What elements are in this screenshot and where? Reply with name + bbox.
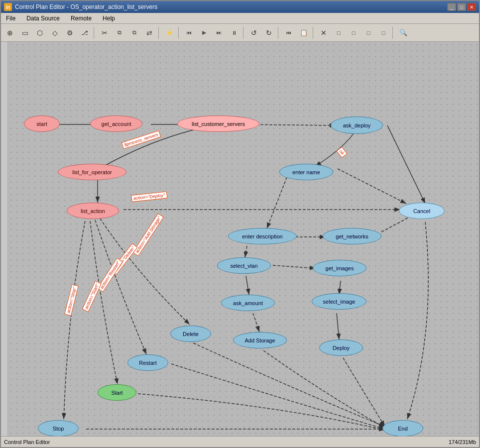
left-ruler [1, 42, 8, 436]
toolbar-copy1[interactable]: ⧉ [113, 26, 126, 40]
title-bar: in Control Plan Editor - OS_operator_act… [1, 1, 479, 13]
status-right: 174/231Mb [449, 439, 476, 445]
toolbar-step-back[interactable]: ⏮ [182, 26, 196, 40]
toolbar-hexagon[interactable]: ⬡ [33, 26, 47, 40]
label-start: action="Start" [82, 281, 102, 312]
separator-5 [278, 27, 280, 39]
toolbar-delete1[interactable]: ✕ [317, 26, 331, 40]
label-process-servers: $process_servers [121, 130, 161, 149]
menu-file[interactable]: File [3, 14, 18, 23]
toolbar-step-fwd[interactable]: ⏭ [212, 26, 226, 40]
svg-line-7 [338, 169, 406, 204]
node-stop[interactable]: Stop [38, 420, 79, 436]
node-add-storage[interactable]: Add Storage [233, 332, 287, 348]
toolbar-undo[interactable]: ↺ [247, 26, 261, 40]
node-list-action[interactable]: list_action [67, 203, 119, 219]
toolbar-play[interactable]: ▶ [197, 26, 211, 40]
toolbar-box1[interactable]: □ [332, 26, 346, 40]
node-end[interactable]: End [382, 420, 423, 436]
node-list-customer-servers[interactable]: list_customer_servers [177, 115, 259, 132]
node-start-action[interactable]: Start [98, 384, 136, 401]
svg-line-16 [253, 313, 259, 332]
node-ask-amount[interactable]: ask_amount [221, 295, 275, 311]
toolbar-pause[interactable]: ⏸ [227, 26, 241, 40]
label-deploy: action="Deploy" [131, 192, 167, 202]
node-start[interactable]: start [24, 115, 60, 132]
menu-remote[interactable]: Remote [68, 14, 95, 23]
separator-4 [243, 27, 245, 39]
toolbar-branch[interactable]: ⎇ [78, 26, 92, 40]
node-delete[interactable]: Delete [170, 326, 211, 342]
label-delete: action="Delete" [111, 243, 137, 275]
separator-3 [178, 27, 180, 39]
svg-line-14 [339, 281, 341, 295]
node-restart[interactable]: Restart [127, 354, 168, 371]
toolbar-cut[interactable]: ✂ [98, 26, 112, 40]
svg-line-6 [267, 177, 287, 228]
menu-datasource[interactable]: Data Source [23, 14, 63, 23]
menu-help[interactable]: Help [100, 14, 118, 23]
separator-6 [313, 27, 315, 39]
node-select-vlan[interactable]: select_vlan [217, 257, 271, 274]
toolbar-box2[interactable]: □ [347, 26, 360, 40]
toolbar-clipboard[interactable]: 📋 [297, 26, 311, 40]
toolbar-search[interactable]: 🔍 [396, 26, 410, 40]
svg-line-5 [387, 125, 425, 204]
node-enter-name[interactable]: enter name [279, 164, 333, 180]
canvas-area[interactable]: $process_servers ok action="Deploy" acti… [8, 42, 479, 436]
toolbar-gear[interactable]: ⚙ [63, 26, 77, 40]
node-list-for-operator[interactable]: list_for_operator [58, 164, 126, 180]
separator-2 [158, 27, 160, 39]
toolbar-back[interactable]: ⏮ [282, 26, 296, 40]
status-bar: Control Plan Editor 174/231Mb [1, 436, 479, 447]
app-logo: in [4, 3, 12, 11]
svg-line-17 [337, 313, 339, 339]
minimize-button[interactable]: _ [447, 3, 456, 11]
main-content: $process_servers ok action="Deploy" acti… [1, 42, 479, 436]
node-cancel[interactable]: Cancel [399, 203, 445, 219]
label-restart: action="Restart" [97, 258, 122, 292]
separator-7 [392, 27, 394, 39]
svg-line-18 [343, 358, 385, 427]
toolbar-rectangle[interactable]: ▭ [18, 26, 32, 40]
toolbar-redo[interactable]: ↻ [262, 26, 276, 40]
node-get-images[interactable]: get_images [313, 260, 366, 276]
toolbar-swap[interactable]: ⇄ [142, 26, 156, 40]
svg-line-13 [273, 265, 316, 268]
node-ask-deploy[interactable]: ask_deploy [331, 116, 383, 134]
svg-line-15 [246, 276, 249, 295]
toolbar-box3[interactable]: □ [361, 26, 375, 40]
toolbar-run[interactable]: ⚡ [162, 26, 176, 40]
node-enter-description[interactable]: enter description [228, 228, 297, 244]
maximize-button[interactable]: □ [457, 3, 466, 11]
label-add-storage: action="Add Storage" [132, 214, 164, 256]
svg-line-11 [245, 246, 247, 257]
close-button[interactable]: ✕ [467, 3, 476, 11]
window-title: Control Plan Editor - OS_operator_action… [15, 3, 157, 10]
toolbar-copy2[interactable]: ⧉ [127, 26, 141, 40]
toolbar-diamond[interactable]: ◇ [48, 26, 62, 40]
toolbar-box4[interactable]: □ [376, 26, 390, 40]
toolbar: ⊕ ▭ ⬡ ◇ ⚙ ⎇ ✂ ⧉ ⧉ ⇄ ⚡ ⏮ ▶ ⏭ ⏸ ↺ ↻ ⏮ 📋 ✕ … [1, 24, 479, 42]
toolbar-add-circle[interactable]: ⊕ [3, 26, 17, 40]
label-stop: action="Stop" [64, 284, 79, 316]
node-deploy[interactable]: Deploy [319, 339, 363, 356]
label-ok: ok [336, 147, 347, 158]
node-get-networks[interactable]: get_networks [323, 228, 381, 244]
node-select-image[interactable]: select_image [312, 293, 366, 310]
node-get-account[interactable]: get_account [90, 115, 142, 132]
menu-bar: File Data Source Remote Help [1, 13, 479, 24]
status-left: Control Plan Editor [4, 439, 50, 445]
separator-1 [94, 27, 96, 39]
